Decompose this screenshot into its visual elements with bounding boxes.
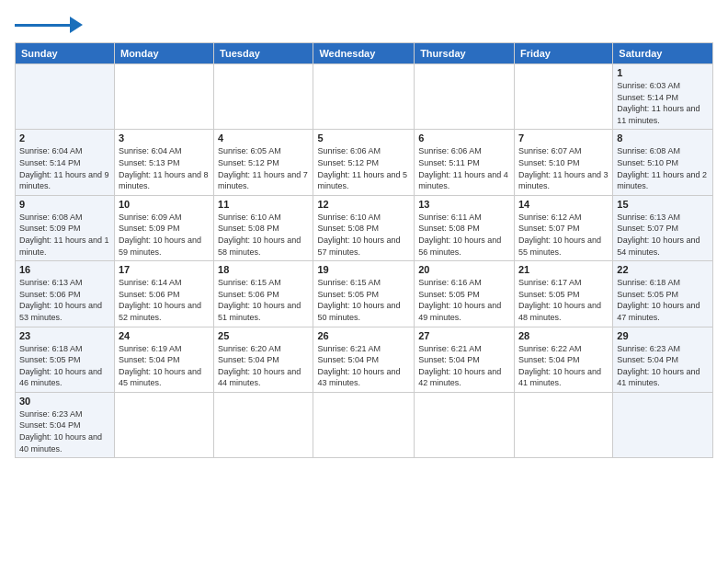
logo [15,15,83,33]
day-info: Sunrise: 6:07 AM Sunset: 5:10 PM Dayligh… [518,145,609,191]
calendar-cell [114,64,213,130]
day-info: Sunrise: 6:20 AM Sunset: 5:04 PM Dayligh… [218,343,309,389]
calendar-cell: 16Sunrise: 6:13 AM Sunset: 5:06 PM Dayli… [16,261,115,327]
calendar-cell: 6Sunrise: 6:06 AM Sunset: 5:11 PM Daylig… [415,130,515,195]
day-number: 16 [19,264,110,275]
day-info: Sunrise: 6:15 AM Sunset: 5:05 PM Dayligh… [317,277,410,323]
day-number: 4 [218,132,309,144]
calendar-cell: 23Sunrise: 6:18 AM Sunset: 5:05 PM Dayli… [16,327,115,392]
day-info: Sunrise: 6:22 AM Sunset: 5:04 PM Dayligh… [518,343,609,389]
day-info: Sunrise: 6:13 AM Sunset: 5:07 PM Dayligh… [617,212,709,258]
day-number: 18 [218,264,309,275]
calendar-cell: 3Sunrise: 6:04 AM Sunset: 5:13 PM Daylig… [114,130,213,195]
calendar-cell: 1Sunrise: 6:03 AM Sunset: 5:14 PM Daylig… [613,64,713,130]
calendar-cell: 7Sunrise: 6:07 AM Sunset: 5:10 PM Daylig… [514,130,612,195]
calendar-cell: 9Sunrise: 6:08 AM Sunset: 5:09 PM Daylig… [16,195,115,260]
day-info: Sunrise: 6:05 AM Sunset: 5:12 PM Dayligh… [218,145,309,191]
day-info: Sunrise: 6:12 AM Sunset: 5:07 PM Dayligh… [518,212,609,258]
calendar-cell [514,392,612,457]
calendar-cell: 21Sunrise: 6:17 AM Sunset: 5:05 PM Dayli… [514,261,612,327]
calendar-cell [214,64,313,130]
calendar-cell: 10Sunrise: 6:09 AM Sunset: 5:09 PM Dayli… [114,195,213,260]
calendar: SundayMondayTuesdayWednesdayThursdayFrid… [15,42,713,458]
day-info: Sunrise: 6:23 AM Sunset: 5:04 PM Dayligh… [19,408,110,454]
weekday-header-thursday: Thursday [415,43,515,64]
day-number: 7 [518,132,609,144]
day-number: 9 [19,199,110,210]
calendar-cell: 4Sunrise: 6:05 AM Sunset: 5:12 PM Daylig… [214,130,313,195]
day-info: Sunrise: 6:18 AM Sunset: 5:05 PM Dayligh… [617,277,709,323]
day-info: Sunrise: 6:09 AM Sunset: 5:09 PM Dayligh… [119,212,210,258]
day-number: 26 [317,330,410,341]
calendar-cell: 19Sunrise: 6:15 AM Sunset: 5:05 PM Dayli… [313,261,415,327]
calendar-cell: 24Sunrise: 6:19 AM Sunset: 5:04 PM Dayli… [114,327,213,392]
header [15,15,713,33]
day-number: 27 [418,330,510,341]
calendar-cell [313,64,415,130]
day-number: 6 [418,132,510,144]
calendar-cell: 11Sunrise: 6:10 AM Sunset: 5:08 PM Dayli… [214,195,313,260]
day-info: Sunrise: 6:14 AM Sunset: 5:06 PM Dayligh… [119,277,210,323]
day-info: Sunrise: 6:21 AM Sunset: 5:04 PM Dayligh… [317,343,410,389]
day-info: Sunrise: 6:08 AM Sunset: 5:10 PM Dayligh… [617,145,709,191]
day-number: 10 [119,199,210,210]
day-info: Sunrise: 6:18 AM Sunset: 5:05 PM Dayligh… [19,343,110,389]
weekday-header-saturday: Saturday [613,43,713,64]
weekday-header-wednesday: Wednesday [313,43,415,64]
calendar-cell: 22Sunrise: 6:18 AM Sunset: 5:05 PM Dayli… [613,261,713,327]
day-info: Sunrise: 6:19 AM Sunset: 5:04 PM Dayligh… [119,343,210,389]
day-number: 17 [119,264,210,275]
day-number: 13 [418,199,510,210]
day-info: Sunrise: 6:16 AM Sunset: 5:05 PM Dayligh… [418,277,510,323]
calendar-cell: 20Sunrise: 6:16 AM Sunset: 5:05 PM Dayli… [415,261,515,327]
day-number: 14 [518,199,609,210]
day-number: 19 [317,264,410,275]
calendar-cell [214,392,313,457]
day-number: 5 [317,132,410,144]
day-number: 3 [119,132,210,144]
weekday-header-monday: Monday [114,43,213,64]
day-number: 12 [317,199,410,210]
day-number: 1 [617,67,709,78]
day-info: Sunrise: 6:17 AM Sunset: 5:05 PM Dayligh… [518,277,609,323]
day-number: 11 [218,199,309,210]
day-number: 30 [19,396,110,407]
calendar-cell: 26Sunrise: 6:21 AM Sunset: 5:04 PM Dayli… [313,327,415,392]
page: SundayMondayTuesdayWednesdayThursdayFrid… [0,0,728,563]
day-number: 24 [119,330,210,341]
calendar-cell [613,392,713,457]
day-info: Sunrise: 6:03 AM Sunset: 5:14 PM Dayligh… [617,80,709,126]
calendar-cell [514,64,612,130]
calendar-cell: 13Sunrise: 6:11 AM Sunset: 5:08 PM Dayli… [415,195,515,260]
day-number: 20 [418,264,510,275]
day-info: Sunrise: 6:21 AM Sunset: 5:04 PM Dayligh… [418,343,510,389]
day-info: Sunrise: 6:04 AM Sunset: 5:13 PM Dayligh… [119,145,210,191]
day-info: Sunrise: 6:04 AM Sunset: 5:14 PM Dayligh… [19,145,110,191]
calendar-cell [16,64,115,130]
day-info: Sunrise: 6:13 AM Sunset: 5:06 PM Dayligh… [19,277,110,323]
day-info: Sunrise: 6:10 AM Sunset: 5:08 PM Dayligh… [317,212,410,258]
day-info: Sunrise: 6:15 AM Sunset: 5:06 PM Dayligh… [218,277,309,323]
calendar-cell: 17Sunrise: 6:14 AM Sunset: 5:06 PM Dayli… [114,261,213,327]
day-info: Sunrise: 6:10 AM Sunset: 5:08 PM Dayligh… [218,212,309,258]
calendar-cell: 8Sunrise: 6:08 AM Sunset: 5:10 PM Daylig… [613,130,713,195]
calendar-cell [415,64,515,130]
calendar-cell: 28Sunrise: 6:22 AM Sunset: 5:04 PM Dayli… [514,327,612,392]
weekday-header-sunday: Sunday [16,43,115,64]
day-number: 28 [518,330,609,341]
calendar-cell: 12Sunrise: 6:10 AM Sunset: 5:08 PM Dayli… [313,195,415,260]
day-info: Sunrise: 6:23 AM Sunset: 5:04 PM Dayligh… [617,343,709,389]
day-number: 22 [617,264,709,275]
day-number: 15 [617,199,709,210]
calendar-cell [415,392,515,457]
calendar-cell: 30Sunrise: 6:23 AM Sunset: 5:04 PM Dayli… [16,392,115,457]
day-number: 8 [617,132,709,144]
calendar-cell: 18Sunrise: 6:15 AM Sunset: 5:06 PM Dayli… [214,261,313,327]
day-number: 2 [19,132,110,144]
day-number: 25 [218,330,309,341]
calendar-cell [114,392,213,457]
calendar-cell [313,392,415,457]
weekday-header-tuesday: Tuesday [214,43,313,64]
calendar-cell: 29Sunrise: 6:23 AM Sunset: 5:04 PM Dayli… [613,327,713,392]
calendar-cell: 14Sunrise: 6:12 AM Sunset: 5:07 PM Dayli… [514,195,612,260]
